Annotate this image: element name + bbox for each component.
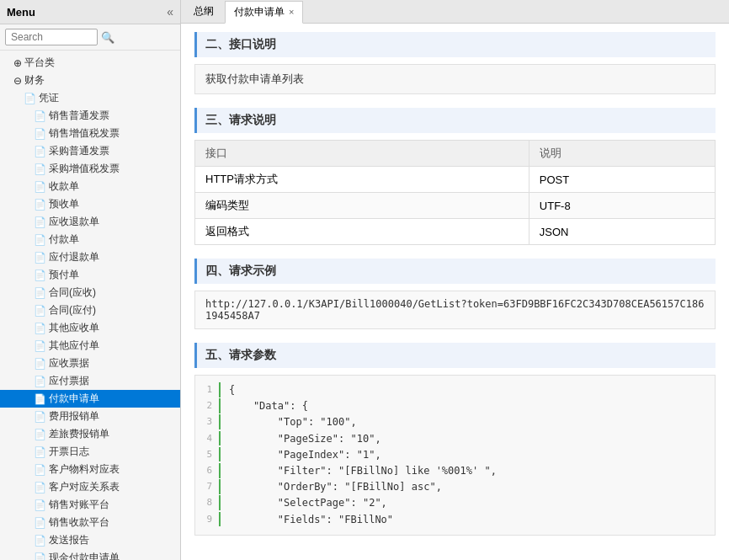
- line-number: 8: [195, 495, 221, 510]
- example-url: http://127.0.0.1/K3API/Bill1000040/GetLi…: [194, 291, 716, 329]
- file-icon: 📄: [34, 110, 46, 122]
- tree-item-cash-payment-apply[interactable]: 📄 现金付款申请单: [0, 549, 180, 560]
- tree-item-label: 其他应收单: [49, 321, 99, 335]
- file-icon: 📄: [34, 181, 46, 193]
- table-cell-key: 编码类型: [195, 193, 529, 219]
- file-icon: 📄: [34, 269, 46, 281]
- right-panel: 总纲付款申请单× 二、接口说明 获取付款申请单列表 三、请求说明 接口 说明 H…: [181, 0, 729, 560]
- tree-item-label: 付款申请单: [49, 392, 99, 406]
- menu-title: Menu: [7, 6, 35, 19]
- tree-item-label: 采购普通发票: [49, 144, 109, 158]
- tree-item-travel[interactable]: 📄 差旅费报销单: [0, 425, 180, 443]
- section-params: 五、请求参数 1{2 "Data": {3 "Top": "100",4 "Pa…: [194, 343, 716, 536]
- tree-item-label: 平台类: [24, 56, 55, 70]
- tree-item-label: 发送报告: [49, 533, 89, 547]
- tree-item-return-receipt[interactable]: 📄 应收退款单: [0, 213, 180, 231]
- tree-item-sale-normal[interactable]: 📄 销售普通发票: [0, 107, 180, 125]
- tree-item-payment[interactable]: 📄 付款单: [0, 231, 180, 248]
- file-icon: 📄: [34, 499, 46, 511]
- file-icon: 📄: [34, 393, 46, 405]
- section-interface: 二、接口说明 获取付款申请单列表: [194, 32, 716, 94]
- code-line: 4 "PageSize": "10",: [195, 431, 715, 447]
- line-content: "Filter": "[FBillNo] like '%001%' ",: [229, 463, 497, 479]
- tree-item-sale-collect[interactable]: 📄 销售收款平台: [0, 514, 180, 531]
- tree-item-platform[interactable]: ⊕ 平台类: [0, 54, 180, 72]
- line-content: "Top": "100",: [229, 414, 357, 430]
- tab-overview[interactable]: 总纲: [184, 0, 223, 23]
- tree-item-send-report[interactable]: 📄 发送报告: [0, 531, 180, 549]
- tree-item-label: 预付单: [49, 268, 79, 282]
- file-icon: 📄: [34, 482, 46, 493]
- file-icon: 📄: [34, 163, 46, 175]
- code-line: 6 "Filter": "[FBillNo] like '%001%' ",: [195, 463, 715, 479]
- table-row: HTTP请求方式POST: [195, 167, 716, 193]
- line-number: 6: [195, 463, 221, 478]
- tree-item-purchase-normal[interactable]: 📄 采购普通发票: [0, 142, 180, 160]
- file-icon: 📄: [34, 287, 46, 299]
- request-table: 接口 说明 HTTP请求方式POST编码类型UTF-8返回格式JSON: [194, 140, 716, 245]
- code-line: 8 "SelectPage": "2",: [195, 495, 715, 511]
- expand-icon: ⊕: [13, 57, 22, 69]
- tree-item-label: 合同(应付): [49, 303, 96, 317]
- tree-item-label: 应收票据: [49, 356, 89, 371]
- tree-item-purchase-vat[interactable]: 📄 采购增值税发票: [0, 160, 180, 178]
- tree-item-label: 现金付款申请单: [49, 551, 120, 560]
- search-input[interactable]: [5, 29, 98, 45]
- tree-item-receipt[interactable]: 📄 收款单: [0, 178, 180, 195]
- tab-payment-apply[interactable]: 付款申请单×: [225, 1, 303, 24]
- file-icon: 📄: [34, 216, 46, 228]
- file-icon: 📄: [34, 429, 46, 440]
- tree-item-label: 预收单: [49, 197, 79, 211]
- section-request-heading: 三、请求说明: [194, 108, 716, 133]
- tree-item-sale-reconcile[interactable]: 📄 销售对账平台: [0, 496, 180, 514]
- tree-item-customer-relation[interactable]: 📄 客户对应关系表: [0, 478, 180, 496]
- file-icon: 📄: [34, 340, 46, 352]
- tree-item-label: 收款单: [49, 179, 79, 194]
- line-content: {: [229, 382, 235, 398]
- tree-item-sale-vat[interactable]: 📄 销售增值税发票: [0, 125, 180, 142]
- tree-item-return-payment[interactable]: 📄 应付退款单: [0, 248, 180, 266]
- table-cell-key: HTTP请求方式: [195, 167, 529, 193]
- file-icon: 📄: [34, 411, 46, 423]
- tree-item-contract-recv[interactable]: 📄 合同(应收): [0, 284, 180, 301]
- tree-item-other-pay[interactable]: 📄 其他应付单: [0, 337, 180, 355]
- tree-item-contract-pay[interactable]: 📄 合同(应付): [0, 301, 180, 319]
- tree-item-label: 应收退款单: [49, 215, 99, 229]
- tree-item-expense[interactable]: 📄 费用报销单: [0, 408, 180, 425]
- file-icon: 📄: [34, 199, 46, 211]
- tree-item-label: 销售普通发票: [49, 109, 109, 123]
- tree-item-recv-bill[interactable]: 📄 应收票据: [0, 355, 180, 372]
- tree-item-customer-material[interactable]: 📄 客户物料对应表: [0, 461, 180, 478]
- code-line: 1{: [195, 382, 715, 398]
- tab-close-icon[interactable]: ×: [289, 7, 294, 17]
- table-cell-value: POST: [529, 167, 715, 193]
- section-params-heading: 五、请求参数: [194, 343, 716, 368]
- code-line: 9 "Fields": "FBillNo": [195, 512, 715, 528]
- tree-item-prepayment[interactable]: 📄 预付单: [0, 266, 180, 284]
- tree-item-prepay[interactable]: 📄 预收单: [0, 195, 180, 213]
- file-icon: 📄: [34, 535, 46, 547]
- file-icon: 📄: [34, 446, 46, 458]
- tree-item-label: 销售增值税发票: [49, 126, 120, 141]
- tree-item-payment-apply[interactable]: 📄 付款申请单: [0, 390, 180, 408]
- file-icon: 📄: [34, 305, 46, 317]
- tree-item-label: 付款单: [49, 232, 79, 247]
- table-cell-value: JSON: [529, 219, 715, 245]
- expand-icon: ⊖: [13, 75, 22, 87]
- line-number: 3: [195, 414, 221, 429]
- tree-item-label: 销售收款平台: [49, 515, 109, 530]
- code-block: 1{2 "Data": {3 "Top": "100",4 "PageSize"…: [194, 375, 716, 536]
- file-icon: 📄: [34, 128, 46, 140]
- tree-item-label: 销售对账平台: [49, 498, 109, 512]
- code-line: 2 "Data": {: [195, 398, 715, 414]
- line-content: "PageSize": "10",: [229, 431, 381, 447]
- collapse-icon[interactable]: «: [167, 5, 173, 19]
- tree-item-voucher[interactable]: 📄 凭证: [0, 89, 180, 107]
- tree-item-invoice-log[interactable]: 📄 开票日志: [0, 443, 180, 461]
- line-number: 9: [195, 512, 221, 527]
- tree-item-finance[interactable]: ⊖ 财务: [0, 72, 180, 89]
- tree-item-pay-bill[interactable]: 📄 应付票据: [0, 372, 180, 390]
- tree-item-label: 开票日志: [49, 445, 89, 459]
- tree-item-other-recv[interactable]: 📄 其他应收单: [0, 319, 180, 337]
- file-icon: 📄: [24, 93, 36, 104]
